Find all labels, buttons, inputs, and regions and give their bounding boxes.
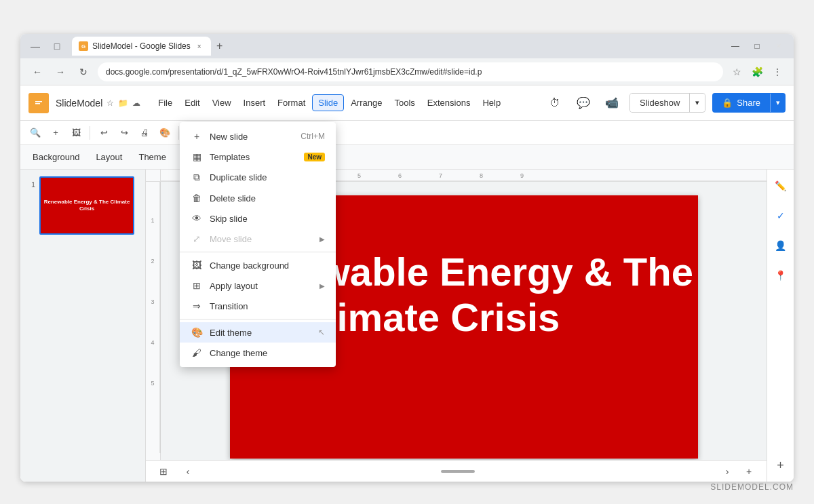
more-button[interactable]: ⋮ <box>769 64 786 80</box>
menu-item-change-bg[interactable]: 🖼 Change background <box>180 255 336 275</box>
browser-titlebar: — □ G SlideModel - Google Slides × + — □… <box>20 34 794 58</box>
app-menu: File Edit View Insert Format Slide Arran… <box>153 94 537 111</box>
svg-text:3: 3 <box>151 298 154 305</box>
app-title: SlideModel ☆ 📁 ☁ <box>56 98 140 109</box>
menu-view[interactable]: View <box>207 95 237 111</box>
menu-help[interactable]: Help <box>477 95 506 111</box>
menu-slide[interactable]: Slide <box>312 94 344 111</box>
browser-window: — □ G SlideModel - Google Slides × + — □… <box>20 34 794 482</box>
menu-arrange[interactable]: Arrange <box>345 95 387 111</box>
lock-icon: 🔒 <box>722 98 733 108</box>
svg-text:5: 5 <box>357 172 361 179</box>
folder-icon[interactable]: 📁 <box>118 98 128 108</box>
ruler-corner <box>146 170 161 182</box>
svg-text:2: 2 <box>151 258 154 265</box>
svg-text:4: 4 <box>151 339 154 346</box>
watermark: SLIDEMODEL.COM <box>710 482 794 492</box>
apply-layout-label: Apply layout <box>210 281 313 291</box>
edit-sidebar-button[interactable]: ✏️ <box>770 175 792 197</box>
duplicate-label: Duplicate slide <box>210 172 325 182</box>
zoom-out-button[interactable]: 🔍 <box>26 123 45 142</box>
next-slide-button[interactable]: › <box>718 462 737 481</box>
redo-button[interactable]: ↪ <box>115 123 134 142</box>
scroll-indicator <box>441 470 475 473</box>
print-button[interactable]: 🖨 <box>135 123 154 142</box>
background-button[interactable]: Background <box>26 149 86 165</box>
undo-button[interactable]: ↩ <box>94 123 113 142</box>
slideshow-button-group: Slideshow ▾ <box>629 93 705 113</box>
change-theme-label: Change theme <box>210 348 325 358</box>
add-sidebar-button[interactable]: + <box>770 454 792 476</box>
theme-button[interactable]: Theme <box>132 149 172 165</box>
menu-item-delete[interactable]: 🗑 Delete slide <box>180 188 336 208</box>
slideshow-dropdown-button[interactable]: ▾ <box>690 94 705 111</box>
menu-item-templates[interactable]: ▦ Templates New <box>180 147 336 167</box>
move-arrow: ▶ <box>319 235 325 243</box>
prev-slide-button[interactable]: ‹ <box>178 462 197 481</box>
new-tab-button[interactable]: + <box>211 37 229 55</box>
share-dropdown-button[interactable]: ▾ <box>770 94 786 112</box>
address-bar[interactable] <box>98 62 723 81</box>
tab-favicon: G <box>79 41 88 51</box>
refresh-button[interactable]: ↻ <box>75 63 92 81</box>
bottom-bar: ⊞ ‹ › + <box>146 460 767 482</box>
maximize-button[interactable]: □ <box>47 37 66 56</box>
back-button[interactable]: ← <box>28 63 46 81</box>
transition-icon: ⇒ <box>191 301 203 311</box>
win-minimize-button[interactable]: — <box>726 37 745 56</box>
menu-tools[interactable]: Tools <box>389 95 420 111</box>
comment-button[interactable]: 💬 <box>573 92 594 114</box>
meet-button[interactable]: 📹 <box>601 92 623 114</box>
duplicate-icon: ⧉ <box>191 172 203 183</box>
menu-format[interactable]: Format <box>272 95 311 111</box>
menu-edit[interactable]: Edit <box>179 95 205 111</box>
share-main-button[interactable]: 🔒 Share <box>712 93 770 113</box>
layout-button[interactable]: Layout <box>89 149 129 165</box>
bookmark-button[interactable]: ☆ <box>729 64 745 80</box>
menu-file[interactable]: File <box>153 95 178 111</box>
slideshow-main-button[interactable]: Slideshow <box>630 94 690 112</box>
bottom-right: › + <box>718 462 758 481</box>
change-theme-icon: 🖌 <box>191 347 203 358</box>
delete-label: Delete slide <box>210 193 325 203</box>
context-toolbar: Background Layout Theme Transition ∧ <box>20 145 794 170</box>
menu-item-edit-theme[interactable]: 🎨 Edit theme ↖ <box>180 322 336 343</box>
svg-text:9: 9 <box>520 172 524 179</box>
win-maximize-button[interactable]: □ <box>748 37 767 56</box>
tab-close-button[interactable]: × <box>195 41 204 51</box>
menu-item-apply-layout[interactable]: ⊞ Apply layout ▶ <box>180 275 336 296</box>
menu-item-transition[interactable]: ⇒ Transition <box>180 296 336 316</box>
menu-item-move: ⤢ Move slide ▶ <box>180 229 336 249</box>
menu-insert[interactable]: Insert <box>238 95 271 111</box>
paint-format-button[interactable]: 🎨 <box>155 123 174 142</box>
win-close-button[interactable]: × <box>769 37 788 56</box>
grid-view-button[interactable]: ⊞ <box>154 462 173 481</box>
check-sidebar-button[interactable]: ✓ <box>770 205 792 227</box>
add-slide-button[interactable]: + <box>739 462 758 481</box>
history-button[interactable]: ⏱ <box>544 92 566 114</box>
window-controls: — □ × <box>726 37 788 56</box>
edit-theme-icon: 🎨 <box>191 327 203 338</box>
map-sidebar-button[interactable]: 📍 <box>770 265 792 286</box>
forward-button[interactable]: → <box>52 63 69 81</box>
slide-thumbnail[interactable]: Renewable Energy & The Climate Crisis <box>39 176 134 235</box>
tab-area: G SlideModel - Google Slides × + <box>72 34 720 58</box>
extensions-button[interactable]: 🧩 <box>749 64 765 80</box>
minimize-button[interactable]: — <box>26 37 45 56</box>
menu-item-change-theme[interactable]: 🖌 Change theme <box>180 343 336 363</box>
menu-divider-1 <box>180 252 336 252</box>
insert-image-button[interactable]: 🖼 <box>66 123 85 142</box>
user-sidebar-button[interactable]: 👤 <box>770 235 792 256</box>
browser-tab[interactable]: G SlideModel - Google Slides × <box>72 37 211 56</box>
menu-item-duplicate[interactable]: ⧉ Duplicate slide <box>180 167 336 188</box>
menu-divider-2 <box>180 319 336 319</box>
star-icon[interactable]: ☆ <box>106 98 114 108</box>
skip-label: Skip slide <box>210 214 325 224</box>
add-button[interactable]: + <box>46 123 65 142</box>
slide-thumb-text: Renewable Energy & The Climate Crisis <box>41 196 133 216</box>
right-sidebar: ✏️ ✓ 👤 📍 + <box>767 170 794 482</box>
menu-extensions[interactable]: Extensions <box>422 95 476 111</box>
templates-icon: ▦ <box>191 151 203 162</box>
menu-item-new-slide[interactable]: + New slide Ctrl+M <box>180 126 336 147</box>
menu-item-skip[interactable]: 👁 Skip slide <box>180 208 336 229</box>
